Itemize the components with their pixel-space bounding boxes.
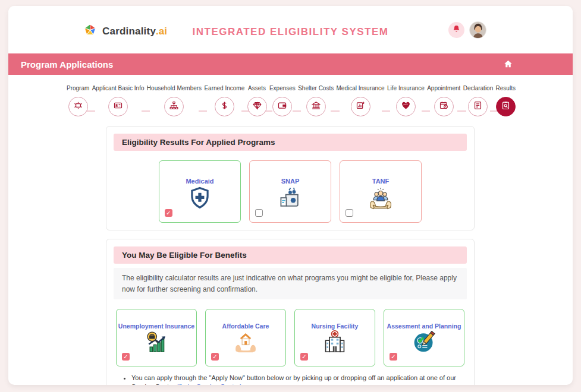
clipboard-search-icon: [501, 100, 511, 113]
brand-name: Cardinality: [102, 26, 156, 37]
id-card-icon: [113, 100, 123, 113]
nav-title: Program Applications: [21, 59, 113, 69]
step-household-members[interactable]: Household Members: [147, 85, 202, 116]
hospital-icon: [322, 330, 348, 356]
benefit-card-assessment-planning[interactable]: Assesment and Planning: [384, 309, 464, 366]
benefit-card-affordable-care[interactable]: Affordable Care: [205, 309, 286, 366]
page-title: INTEGRATED ELIGIBILITY SYSTEM: [192, 26, 388, 38]
projector-icon: [73, 100, 83, 113]
notifications-button[interactable]: [448, 22, 464, 38]
benefits-section: You May Be Eligible For Benefits The eli…: [106, 239, 475, 385]
step-declaration[interactable]: Declaration: [463, 85, 494, 116]
grocery-bag-icon: [277, 185, 304, 214]
user-avatar[interactable]: [469, 21, 486, 39]
medicaid-shield-icon: [187, 185, 212, 214]
header-actions: [448, 21, 486, 39]
section-nav-bar: Program Applications: [8, 53, 573, 75]
results-section-title: Eligibility Results For Applied Programs: [114, 134, 467, 151]
suggested-benefits-row: Unemployment Insurance: [114, 309, 467, 366]
applied-programs-row: Medicaid SNAP: [114, 160, 467, 223]
benefit-card-unemployment-insurance[interactable]: Unemployment Insurance: [116, 309, 197, 366]
application-stepper: Program Applicant Basic Info: [67, 85, 516, 116]
app-header: Cardinality.ai INTEGRATED ELIGIBILITY SY…: [8, 6, 573, 53]
program-card-medicaid[interactable]: Medicaid: [159, 160, 241, 223]
bell-icon: [452, 24, 461, 36]
nursing-facility-checkbox[interactable]: [300, 353, 308, 361]
wallet-icon: [277, 100, 287, 113]
step-expenses[interactable]: Expenses: [269, 85, 296, 116]
chart-plus-icon: [356, 100, 366, 113]
note-apply-now: You can apply through the "Apply Now" bu…: [131, 374, 467, 385]
assessment-icon: [411, 330, 437, 356]
step-results[interactable]: Results: [496, 85, 516, 116]
affordable-care-checkbox[interactable]: [211, 353, 219, 361]
step-program[interactable]: Program: [67, 85, 89, 116]
benefit-notes: You can apply through the "Apply Now" bu…: [114, 374, 467, 385]
dollar-icon: [219, 100, 230, 113]
calendar-clock-icon: [439, 100, 449, 113]
brand-logo[interactable]: Cardinality.ai: [83, 23, 167, 40]
cardinality-pentagon-icon: [83, 23, 98, 40]
benefit-card-nursing-facility[interactable]: Nursing Facility: [294, 309, 375, 366]
snap-checkbox[interactable]: [255, 209, 263, 217]
assessment-planning-checkbox[interactable]: [390, 353, 397, 361]
program-card-tanf[interactable]: TANF: [340, 160, 422, 223]
gem-icon: [252, 100, 262, 113]
document-icon: [473, 100, 483, 113]
step-shelter-costs[interactable]: Shelter Costs: [298, 85, 334, 116]
benefits-description: The eligibility calculator results are j…: [114, 268, 467, 299]
step-medical-insurance[interactable]: Medical Insurance: [337, 85, 385, 116]
family-tree-icon: [169, 100, 179, 113]
step-life-insurance[interactable]: Life Insurance: [387, 85, 425, 116]
medicaid-checkbox[interactable]: [165, 209, 172, 217]
step-earned-income[interactable]: Earned Income: [204, 85, 244, 116]
brand-suffix: .ai: [156, 26, 167, 37]
benefits-section-title: You May Be Eligible For Benefits: [114, 246, 467, 264]
home-icon[interactable]: [503, 59, 513, 71]
step-appointment[interactable]: Appointment: [427, 85, 460, 116]
unemployment-insurance-checkbox[interactable]: [122, 353, 130, 361]
step-assets[interactable]: Assets: [247, 85, 267, 116]
eligibility-results-section: Eligibility Results For Applied Programs…: [106, 126, 475, 230]
bank-icon: [311, 100, 321, 113]
home-care-icon: [233, 330, 259, 356]
heart-icon: [401, 100, 411, 113]
job-growth-icon: [143, 330, 169, 356]
tanf-checkbox[interactable]: [346, 209, 353, 217]
family-care-icon: [367, 185, 394, 214]
step-applicant-basic-info[interactable]: Applicant Basic Info: [92, 85, 145, 116]
find-service-center-link[interactable]: (find a Service Center): [177, 383, 242, 385]
app-window: Cardinality.ai INTEGRATED ELIGIBILITY SY…: [8, 6, 573, 385]
program-card-snap[interactable]: SNAP: [249, 160, 331, 223]
